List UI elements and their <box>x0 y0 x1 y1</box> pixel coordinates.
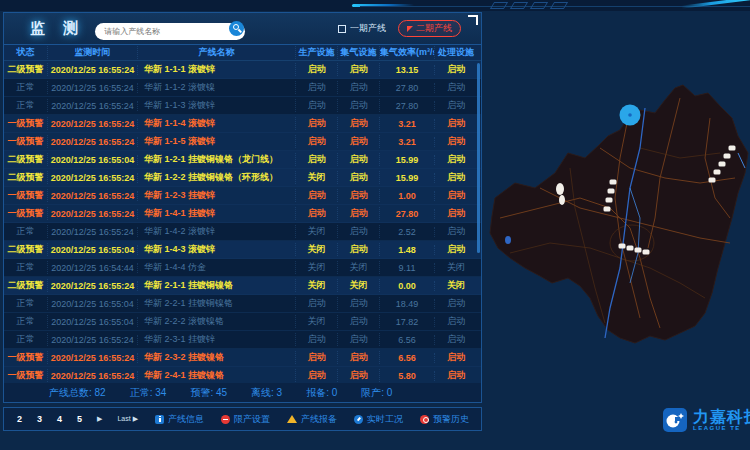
table-cell: 6.56 <box>380 353 435 363</box>
facility-marker[interactable] <box>606 198 613 203</box>
summary-stat: 限产: 0 <box>361 386 392 400</box>
限产设置-button[interactable]: 限产设置 <box>221 413 270 426</box>
deco-parallelogram <box>490 2 508 9</box>
table-cell: 2020/12/25 16:55:24 <box>48 209 138 219</box>
page-number[interactable]: 3 <box>37 414 42 424</box>
table-cell: 关闭 <box>296 315 338 328</box>
next-page-button[interactable]: ▶ <box>97 415 102 423</box>
table-row[interactable]: 一级预警2020/12/25 16:55:24华新 2-3-2 挂镀镍铬启动启动… <box>4 349 481 367</box>
table-row[interactable]: 二级预警2020/12/25 16:55:24华新 2-1-1 挂镀铜镍铬关闭关… <box>4 277 481 295</box>
table-row[interactable]: 正常2020/12/25 16:55:24华新 1-4-2 滚镀锌关闭启动2.5… <box>4 223 481 241</box>
table-cell: 二级预警 <box>4 63 48 76</box>
phase2-button[interactable]: 二期产线 <box>398 20 461 37</box>
facility-marker[interactable] <box>719 162 726 167</box>
table-cell: 关闭 <box>296 243 338 256</box>
table-cell: 启动 <box>338 117 380 130</box>
search-input[interactable] <box>95 23 245 40</box>
table-cell: 启动 <box>338 63 380 76</box>
search-box <box>95 20 245 37</box>
table-row[interactable]: 二级预警2020/12/25 16:55:04华新 1-4-3 滚镀锌关闭启动1… <box>4 241 481 259</box>
facility-marker[interactable] <box>729 146 736 151</box>
table-cell: 华新 1-2-2 挂镀铜镍铬（环形线） <box>138 171 296 184</box>
table-row[interactable]: 一级预警2020/12/25 16:55:24华新 1-1-4 滚镀锌启动启动3… <box>4 115 481 133</box>
facility-marker[interactable] <box>604 207 611 212</box>
table-cell: 启动 <box>435 297 477 310</box>
toolbar-button-label: 预警历史 <box>433 413 469 426</box>
table-cell: 2020/12/25 16:55:24 <box>48 281 138 291</box>
table-cell: 华新 2-4-1 挂镀镍铬 <box>138 369 296 382</box>
table-cell: 2.52 <box>380 227 435 237</box>
cluster-marker[interactable] <box>620 105 641 126</box>
table-cell: 启动 <box>338 135 380 148</box>
table-row[interactable]: 正常2020/12/25 16:55:24华新 1-1-2 滚镀镍启动启动27.… <box>4 79 481 97</box>
flag-icon <box>407 26 413 32</box>
产线报备-button[interactable]: 产线报备 <box>287 413 337 426</box>
table-cell: 启动 <box>296 63 338 76</box>
column-header: 处理设施 <box>435 46 477 59</box>
table-cell: 17.82 <box>380 317 435 327</box>
table-cell: 启动 <box>338 369 380 382</box>
预警历史-button[interactable]: 预警历史 <box>420 413 469 426</box>
table-cell: 华新 1-1-4 滚镀锌 <box>138 117 296 130</box>
monitoring-panel: 监 测 一期产线 二期产线 状态监测时间产线名称生产设施集气设施集气效率(m³/… <box>3 12 482 403</box>
table-cell: 启动 <box>435 351 477 364</box>
table-cell: 27.80 <box>380 83 435 93</box>
page-number[interactable]: 5 <box>77 414 82 424</box>
table-row[interactable]: 一级预警2020/12/25 16:55:24华新 1-4-1 挂镀锌启动启动2… <box>4 205 481 223</box>
phase1-checkbox-group[interactable]: 一期产线 <box>338 22 386 35</box>
column-header: 集气设施 <box>338 46 380 59</box>
table-cell: 华新 1-4-1 挂镀锌 <box>138 207 296 220</box>
table-cell: 启动 <box>296 369 338 382</box>
table-cell: 0.00 <box>380 281 435 291</box>
table-row[interactable]: 正常2020/12/25 16:55:04华新 2-2-2 滚镀镍铬关闭启动17… <box>4 313 481 331</box>
table-row[interactable]: 一级预警2020/12/25 16:55:24华新 1-2-3 挂镀锌启动启动1… <box>4 187 481 205</box>
column-header: 监测时间 <box>48 46 138 59</box>
table-cell: 关闭 <box>338 261 380 274</box>
checkbox-icon[interactable] <box>338 25 346 33</box>
table-row[interactable]: 二级预警2020/12/25 16:55:04华新 1-2-1 挂镀铜镍铬（龙门… <box>4 151 481 169</box>
table-cell: 启动 <box>435 135 477 148</box>
district-map[interactable] <box>480 58 750 403</box>
table-row[interactable]: 正常2020/12/25 16:55:24华新 1-1-3 滚镀锌启动启动27.… <box>4 97 481 115</box>
brand-name: 力嘉科技 <box>693 408 750 425</box>
facility-marker[interactable] <box>709 178 716 183</box>
search-icon <box>233 24 239 30</box>
facility-marker[interactable] <box>635 248 642 253</box>
facility-marker[interactable] <box>724 154 731 159</box>
table-cell: 启动 <box>435 99 477 112</box>
table-cell: 2020/12/25 16:55:24 <box>48 137 138 147</box>
page-number[interactable]: 2 <box>17 414 22 424</box>
产线信息-button[interactable]: 产线信息 <box>155 413 204 426</box>
table-cell: 正常 <box>4 225 48 238</box>
实时工况-button[interactable]: 实时工况 <box>354 413 403 426</box>
table-cell: 启动 <box>435 117 477 130</box>
table-row[interactable]: 一级预警2020/12/25 16:55:24华新 1-1-5 滚镀锌启动启动3… <box>4 133 481 151</box>
gauge-icon <box>354 415 363 424</box>
facility-marker[interactable] <box>610 180 617 185</box>
table-cell: 一级预警 <box>4 369 48 382</box>
table-cell: 启动 <box>435 369 477 382</box>
page-number[interactable]: 4 <box>57 414 62 424</box>
summary-stat: 正常: 34 <box>130 386 167 400</box>
toolbar-button-label: 产线报备 <box>301 413 337 426</box>
table-row[interactable]: 二级预警2020/12/25 16:55:24华新 1-1-1 滚镀锌启动启动1… <box>4 61 481 79</box>
table-cell: 启动 <box>296 81 338 94</box>
facility-marker[interactable] <box>619 244 626 249</box>
toolbar-button-label: 实时工况 <box>367 413 403 426</box>
facility-marker[interactable] <box>608 189 615 194</box>
table-row[interactable]: 正常2020/12/25 16:54:44华新 1-4-4 仿金关闭关闭9.11… <box>4 259 481 277</box>
facility-marker[interactable] <box>714 170 721 175</box>
table-row[interactable]: 二级预警2020/12/25 16:55:24华新 1-2-2 挂镀铜镍铬（环形… <box>4 169 481 187</box>
table-cell: 关闭 <box>296 225 338 238</box>
facility-marker[interactable] <box>627 246 634 251</box>
brand-logo: 力嘉科技 LEAGUE TE <box>663 408 750 432</box>
table-row[interactable]: 正常2020/12/25 16:55:04华新 2-2-1 挂镀铜镍铬启动启动1… <box>4 295 481 313</box>
table-cell: 2020/12/25 16:55:24 <box>48 227 138 237</box>
summary-stat: 离线: 3 <box>251 386 282 400</box>
table-cell: 启动 <box>338 153 380 166</box>
table-cell: 正常 <box>4 261 48 274</box>
last-page-button[interactable]: Last ▶ <box>117 415 138 423</box>
table-cell: 27.80 <box>380 209 435 219</box>
facility-marker[interactable] <box>643 250 650 255</box>
table-row[interactable]: 正常2020/12/25 16:55:24华新 2-3-1 挂镀锌启动启动6.5… <box>4 331 481 349</box>
